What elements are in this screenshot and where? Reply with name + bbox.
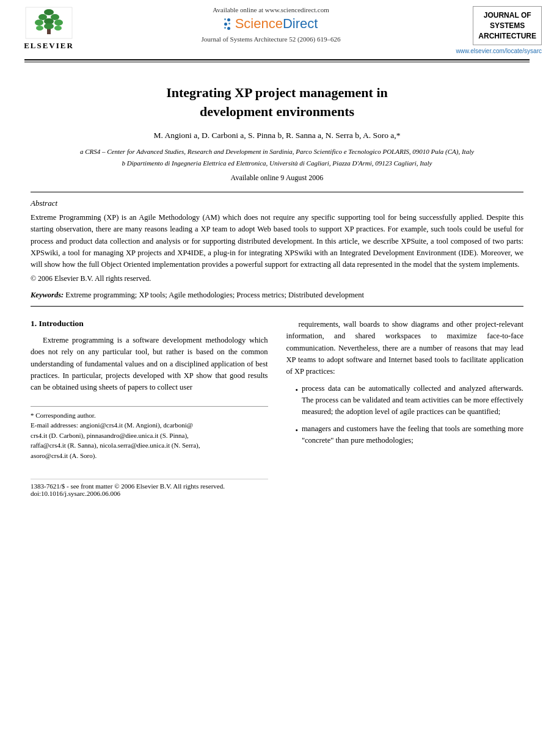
svg-point-4	[35, 20, 43, 26]
journal-url: www.elsevier.com/locate/sysarc	[456, 48, 542, 54]
keywords-text: Extreme programming; XP tools; Agile met…	[65, 291, 364, 299]
intro-heading: 1. Introduction	[31, 319, 268, 329]
header-top: ELSEVIER Available online at www.science…	[12, 6, 542, 54]
copyright-text: © 2006 Elsevier B.V. All rights reserved…	[31, 274, 523, 283]
available-online-text: Available online at www.sciencedirect.co…	[213, 6, 329, 13]
svg-point-8	[36, 26, 43, 31]
bottom-info: 1383-7621/$ - see front matter © 2006 El…	[31, 479, 268, 497]
two-column-layout: 1. Introduction Extreme programming is a…	[31, 319, 523, 497]
bullet-dot-icon-2: •	[296, 425, 298, 437]
intro-text-left: Extreme programming is a software develo…	[31, 335, 268, 394]
article-title: Integrating XP project management in dev…	[31, 84, 523, 122]
elsevier-brand-text: ELSEVIER	[24, 41, 74, 51]
footnote-email3: raffa@crs4.it (R. Sanna), nicola.serra@d…	[31, 440, 268, 451]
keywords-label: Keywords:	[31, 291, 64, 299]
bullet-item-1: • process data can be automatically coll…	[296, 383, 524, 418]
affiliations: a CRS4 – Center for Advanced Studies, Re…	[31, 147, 523, 169]
left-column: 1. Introduction Extreme programming is a…	[31, 319, 268, 497]
main-content: Integrating XP project management in dev…	[0, 62, 554, 509]
page: ELSEVIER Available online at www.science…	[0, 0, 554, 756]
svg-point-1	[44, 9, 54, 15]
abstract-text: Extreme Programming (XP) is an Agile Met…	[31, 212, 523, 271]
journal-name-center: Journal of Systems Architecture 52 (2006…	[202, 35, 341, 43]
sciencedirect-name: ScienceDirect	[235, 16, 318, 32]
doi-line: doi:10.1016/j.sysarc.2006.06.006	[31, 490, 268, 497]
header-divider-thin	[24, 62, 530, 62]
abstract-label: Abstract	[31, 198, 523, 208]
keywords-divider-bottom	[31, 306, 523, 307]
svg-point-6	[54, 20, 63, 26]
abstract-divider-top	[31, 192, 523, 192]
sd-dots-icon	[224, 18, 230, 30]
center-header: Available online at www.sciencedirect.co…	[86, 6, 456, 43]
svg-point-10	[44, 23, 54, 29]
sciencedirect-logo: ScienceDirect	[224, 16, 318, 32]
footnote-area: * Corresponding author. E-mail addresses…	[31, 406, 268, 461]
available-date: Available online 9 August 2006	[31, 173, 523, 183]
footnote-email4: asoro@crs4.it (A. Soro).	[31, 451, 268, 461]
bullet-dot-icon: •	[296, 385, 298, 396]
header-divider-thick	[24, 59, 530, 60]
bullet-item-2: • managers and customers have the feelin…	[296, 423, 524, 447]
abstract-section: Abstract Extreme Programming (XP) is an …	[31, 198, 523, 283]
authors-line: M. Angioni a, D. Carboni a, S. Pinna b, …	[31, 131, 523, 140]
elsevier-logo: ELSEVIER	[12, 6, 86, 51]
header: ELSEVIER Available online at www.science…	[0, 0, 554, 62]
elsevier-tree-icon	[24, 6, 73, 40]
bullet-list: • process data can be automatically coll…	[293, 383, 524, 447]
right-column: requirements, wall boards to show diagra…	[286, 319, 524, 497]
footnote-email1: E-mail addresses: angioni@crs4.it (M. An…	[31, 420, 268, 431]
keywords-line: Keywords: Extreme programming; XP tools;…	[31, 291, 523, 300]
intro-text-right: requirements, wall boards to show diagra…	[286, 319, 524, 378]
svg-point-9	[54, 26, 62, 31]
footnote-corresponding: * Corresponding author.	[31, 410, 268, 421]
issn-line: 1383-7621/$ - see front matter © 2006 El…	[31, 482, 268, 490]
journal-title-box: JOURNAL OF SYSTEMS ARCHITECTURE	[473, 6, 542, 45]
footnote-email2: crs4.it (D. Carboni), pinnasandro@diee.u…	[31, 431, 268, 441]
journal-logo-right: JOURNAL OF SYSTEMS ARCHITECTURE www.else…	[456, 6, 542, 54]
